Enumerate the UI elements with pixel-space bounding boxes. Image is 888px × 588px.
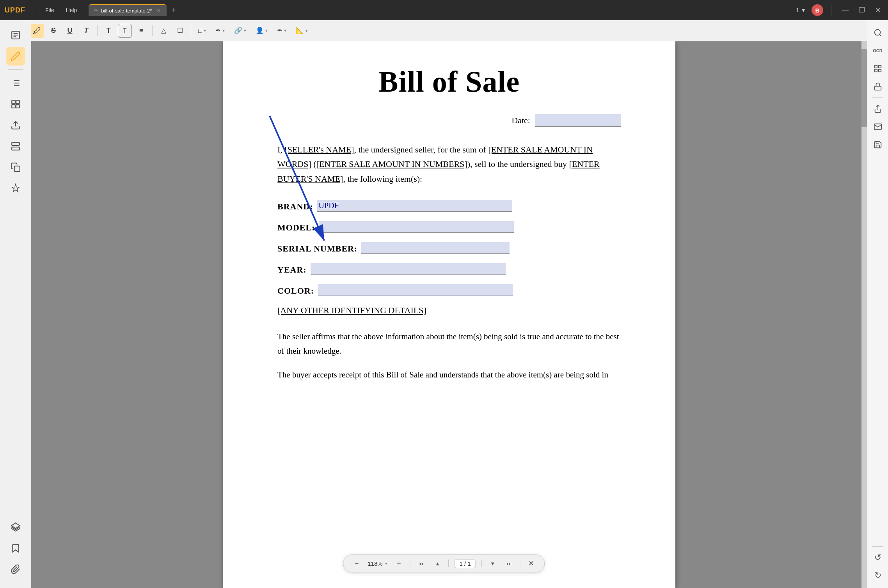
sticker-tool[interactable]: ☐ bbox=[173, 24, 187, 38]
zoom-out-button[interactable]: − bbox=[351, 558, 362, 569]
strikethrough-tool[interactable]: S bbox=[46, 24, 60, 38]
measure-dd-arrow: ▼ bbox=[305, 28, 309, 33]
bookmark-tool[interactable] bbox=[6, 539, 25, 558]
date-input-field[interactable] bbox=[535, 114, 621, 127]
svg-rect-10 bbox=[12, 100, 15, 104]
list-tool[interactable]: ≡ bbox=[134, 24, 148, 38]
year-input[interactable] bbox=[311, 263, 506, 275]
measure-tool[interactable]: 📐 ▼ bbox=[293, 25, 312, 36]
page-thumbnail-tool[interactable] bbox=[871, 62, 885, 76]
color-input[interactable] bbox=[318, 284, 513, 296]
link-tool[interactable]: 🔗 ▼ bbox=[231, 25, 250, 36]
person-tool[interactable]: 👤 ▼ bbox=[252, 25, 272, 36]
tab-bill-of-sale[interactable]: ✏ bill-of-sale-template-2* ✕ bbox=[89, 4, 167, 16]
first-page-button[interactable]: ⏮ bbox=[416, 558, 427, 569]
link-dd-arrow: ▼ bbox=[243, 28, 247, 33]
undo-tool[interactable]: ↺ bbox=[871, 551, 885, 565]
maximize-button[interactable]: ❐ bbox=[856, 4, 867, 16]
seller-name-link: [SELLER's NAME] bbox=[284, 145, 354, 154]
tab-edit-icon: ✏ bbox=[94, 8, 98, 13]
year-row: YEAR: bbox=[277, 263, 621, 275]
titlebar-controls: 1 ▼ B — ❐ ✕ bbox=[796, 4, 883, 16]
zoom-divider1 bbox=[410, 560, 410, 567]
left-sidebar-bottom bbox=[6, 518, 25, 583]
page-total: 1 bbox=[467, 560, 471, 567]
text-box-tool[interactable]: T bbox=[101, 24, 115, 38]
link-icon: 🔗 bbox=[234, 27, 242, 35]
lock-tool[interactable] bbox=[871, 80, 885, 94]
minimize-button[interactable]: — bbox=[839, 5, 851, 16]
organize-tool[interactable] bbox=[6, 137, 25, 156]
scrollbar-thumb[interactable] bbox=[861, 49, 867, 127]
left-divider1 bbox=[8, 69, 23, 70]
share-tool[interactable] bbox=[871, 102, 885, 116]
text-inline-tool[interactable]: T bbox=[118, 24, 132, 38]
underline-tool[interactable]: U bbox=[63, 24, 77, 38]
pen-tool[interactable]: ✒ ▼ bbox=[274, 25, 290, 36]
email-tool[interactable] bbox=[871, 120, 885, 134]
layers-tool[interactable] bbox=[6, 518, 25, 537]
attachment-tool[interactable] bbox=[6, 560, 25, 579]
ocr-tool[interactable]: OCR bbox=[871, 44, 885, 58]
export-tool[interactable] bbox=[6, 116, 25, 135]
annotation-toolbar: 💬 🖊 S U T T T ≡ △ ☐ □ ▼ ✒ ▼ 🔗 ▼ 👤 ▼ ✒ ▼ … bbox=[0, 20, 888, 41]
scrollbar-track[interactable] bbox=[861, 41, 867, 588]
pdf-page: Bill of Sale Date: I, [SELLER's NAME], t… bbox=[223, 41, 675, 588]
shape-icon: □ bbox=[198, 27, 202, 35]
date-label: Date: bbox=[511, 115, 530, 126]
page-nav-arrow[interactable]: ▼ bbox=[801, 7, 806, 13]
next-page-button[interactable]: ▼ bbox=[487, 558, 498, 569]
right-sidebar: OCR ↺ ↻ bbox=[867, 20, 888, 588]
copy-tool[interactable] bbox=[6, 158, 25, 177]
zoom-bar-close-button[interactable]: ✕ bbox=[526, 558, 537, 569]
annotate-tool[interactable] bbox=[6, 47, 25, 66]
svg-rect-12 bbox=[12, 104, 15, 108]
menu-help[interactable]: Help bbox=[62, 5, 81, 15]
new-tab-button[interactable]: + bbox=[168, 5, 179, 16]
svg-point-19 bbox=[874, 30, 880, 35]
page-nav[interactable]: 1 ▼ bbox=[796, 7, 806, 13]
affirm-text-1: The seller affirms that the above inform… bbox=[277, 329, 621, 358]
redo-tool[interactable]: ↻ bbox=[871, 569, 885, 583]
brand-value: UPDF bbox=[319, 201, 339, 210]
page-sep: / bbox=[464, 560, 466, 567]
draw-tool[interactable]: ✒ ▼ bbox=[212, 25, 229, 36]
zoom-in-button[interactable]: + bbox=[394, 558, 405, 569]
ai-tool[interactable] bbox=[6, 179, 25, 198]
stamp-tool[interactable]: △ bbox=[156, 24, 170, 38]
serial-number-input[interactable] bbox=[361, 242, 510, 254]
zoom-dropdown-arrow[interactable]: ▼ bbox=[384, 561, 388, 566]
shape-tool[interactable]: □ ▼ bbox=[195, 25, 210, 36]
draw-dd-arrow: ▼ bbox=[222, 28, 226, 33]
model-row: MODEL: bbox=[277, 221, 621, 233]
serial-number-label: SERIAL NUMBER: bbox=[277, 244, 357, 254]
pdf-viewer[interactable]: Bill of Sale Date: I, [SELLER's NAME], t… bbox=[31, 41, 867, 588]
prev-page-button[interactable]: ▲ bbox=[432, 558, 443, 569]
reader-mode-tool[interactable] bbox=[6, 26, 25, 44]
document-title: Bill of Sale bbox=[277, 65, 621, 99]
brand-input[interactable]: UPDF bbox=[317, 200, 512, 212]
svg-rect-16 bbox=[12, 147, 20, 150]
search-tool[interactable] bbox=[871, 26, 885, 40]
person-dd-arrow: ▼ bbox=[265, 28, 268, 33]
shape-dd-arrow: ▼ bbox=[203, 28, 207, 33]
menu-file[interactable]: File bbox=[41, 5, 58, 15]
pages-tool[interactable] bbox=[6, 95, 25, 113]
highlight-tool[interactable]: 🖊 bbox=[30, 24, 44, 38]
model-input[interactable] bbox=[319, 221, 514, 233]
last-page-button[interactable]: ⏭ bbox=[504, 558, 515, 569]
tab-close-btn[interactable]: ✕ bbox=[156, 7, 161, 14]
text-callout-tool[interactable]: T bbox=[79, 24, 93, 38]
outline-tool[interactable] bbox=[6, 74, 25, 92]
year-label: YEAR: bbox=[277, 265, 307, 275]
user-avatar[interactable]: B bbox=[812, 4, 823, 16]
svg-rect-17 bbox=[14, 166, 20, 172]
close-button[interactable]: ✕ bbox=[873, 4, 883, 16]
page-current: 1 bbox=[460, 560, 463, 567]
svg-rect-22 bbox=[878, 66, 881, 68]
svg-rect-11 bbox=[16, 100, 20, 104]
draw-icon: ✒ bbox=[215, 27, 221, 35]
svg-rect-24 bbox=[878, 69, 881, 72]
save-disk-tool[interactable] bbox=[871, 138, 885, 152]
zoom-divider2 bbox=[449, 560, 449, 567]
